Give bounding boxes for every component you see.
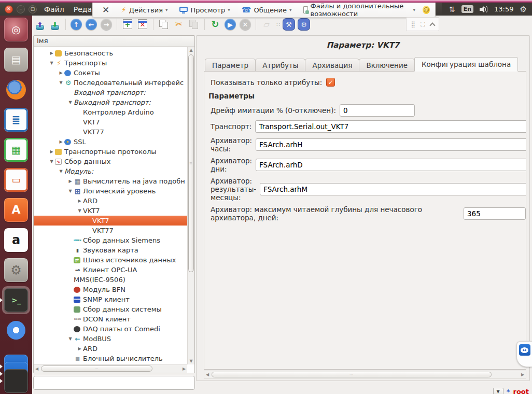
teamviewer-flap[interactable]: ↔: [516, 341, 532, 367]
add-item-button[interactable]: +: [121, 18, 134, 31]
clock[interactable]: 13:59: [494, 5, 513, 13]
tree-item[interactable]: ▮Звуковая карта: [34, 245, 187, 255]
volume-icon[interactable]: [480, 6, 488, 13]
tree-item[interactable]: Контроллер Arduino: [34, 107, 187, 117]
expander-closed-icon[interactable]: ▶: [48, 51, 55, 55]
tree-item[interactable]: ⇄Шлюз источников данных: [34, 255, 187, 265]
scroll-up-icon[interactable]: ▲: [188, 47, 194, 53]
field-input-0[interactable]: [340, 104, 415, 117]
tree-item[interactable]: VKT77: [34, 226, 187, 235]
keyboard-layout-indicator[interactable]: En: [461, 5, 473, 13]
dock-item-dash[interactable]: ◎: [4, 18, 28, 41]
minimize-window-button[interactable]: –: [17, 5, 25, 13]
tree-item[interactable]: ▶ARD: [34, 196, 187, 206]
dock-item-libreoffice-writer[interactable]: ≣: [4, 108, 28, 132]
tree-item[interactable]: ◼Блочный вычислитель: [34, 354, 187, 363]
expander-closed-icon[interactable]: ▶: [58, 71, 64, 75]
vision-tool-button[interactable]: ⚙: [297, 18, 311, 31]
show-attrs-checkbox[interactable]: ✓: [326, 78, 335, 87]
nav-up-button[interactable]: ↑: [69, 18, 83, 31]
paste-item-button[interactable]: [187, 18, 201, 31]
expander-open-icon[interactable]: ▼: [58, 80, 64, 85]
field-input-5[interactable]: [464, 207, 526, 220]
field-input-3[interactable]: [256, 159, 526, 171]
tv-feedback-smiley-icon[interactable]: ☺: [423, 6, 430, 14]
tree-column-header[interactable]: Імя: [34, 36, 194, 47]
dock-item-files[interactable]: ▤: [4, 48, 28, 72]
tree-item[interactable]: ▼⊞Логический уровень: [34, 186, 187, 196]
qtcfg-tool-button[interactable]: ⚒: [282, 18, 296, 31]
tree-item[interactable]: ▼VKT7: [34, 206, 187, 216]
tree-item[interactable]: ▶Сокеты: [34, 68, 187, 78]
maximize-window-button[interactable]: ▢: [29, 5, 37, 13]
session-gear-icon[interactable]: ⚙: [520, 5, 527, 14]
tree-item[interactable]: Сбор данных системы: [34, 304, 187, 314]
scroll-right-icon[interactable]: ▶: [520, 371, 526, 378]
expander-open-icon[interactable]: ▼: [67, 189, 74, 193]
tree-vertical-scrollbar[interactable]: ▲ ≡ ▼: [187, 47, 194, 364]
tree-item[interactable]: ▼⚡Транспорты: [34, 58, 187, 68]
close-window-button[interactable]: ✕: [5, 5, 13, 13]
dock-item-chromium[interactable]: [4, 318, 28, 342]
expander-open-icon[interactable]: ▼: [48, 61, 55, 65]
tv-fullscreen-icon[interactable]: ⛶: [421, 21, 425, 28]
tree-item[interactable]: ▼⚙Последовательный интерфейс: [34, 78, 187, 88]
tree-horizontal-scrollbar[interactable]: ◀ ⋯ ▶: [34, 364, 187, 373]
expander-open-icon[interactable]: ▼: [67, 100, 74, 105]
expander-open-icon[interactable]: ▼: [67, 336, 74, 341]
nav-back-button[interactable]: ←: [85, 18, 98, 31]
tree-item[interactable]: MMS(IEC-9506): [34, 275, 187, 285]
tree-filter-input[interactable]: [33, 376, 195, 390]
save-to-db-button[interactable]: ⬇: [48, 18, 62, 31]
expander-closed-icon[interactable]: ▶: [67, 179, 74, 184]
tab-архивация[interactable]: Архивация: [305, 59, 359, 72]
tree-item[interactable]: VKT7: [34, 117, 187, 127]
panel-horizontal-scrollbar[interactable]: ◀ ⋯ ▶: [204, 371, 526, 379]
tree-item[interactable]: ▶•SSL: [34, 137, 187, 147]
tree-item[interactable]: ▶ARD: [34, 344, 187, 354]
clear-button[interactable]: ▱: [260, 18, 273, 31]
dock-item-firefox[interactable]: [4, 78, 28, 102]
tree-item[interactable]: Модуль BFN: [34, 285, 187, 294]
delete-item-button[interactable]: ✕: [136, 18, 149, 31]
tv-menu-monitor[interactable]: Просмотр▾: [176, 6, 233, 14]
menu-item-file[interactable]: Файл: [44, 5, 64, 13]
tab-включение[interactable]: Включение: [359, 59, 415, 72]
tv-menu-lightning[interactable]: ⚡Действия▾: [118, 5, 171, 15]
copy-item-button[interactable]: [157, 18, 171, 31]
expander-open-icon[interactable]: ▼: [58, 169, 64, 174]
scroll-left-icon[interactable]: ◀: [34, 365, 40, 373]
dock-item-libreoffice-impress[interactable]: ▭: [4, 168, 28, 192]
scroll-left-icon[interactable]: ◀: [204, 371, 211, 378]
tv-collapse-chevron-icon[interactable]: [429, 22, 435, 28]
field-input-2[interactable]: [256, 138, 526, 151]
status-combo[interactable]: ▼: [493, 388, 503, 394]
tree-item[interactable]: ▼Выходной транспорт:: [34, 97, 187, 107]
expander-open-icon[interactable]: ▼: [48, 159, 55, 164]
tree-item[interactable]: VKT7: [34, 216, 187, 226]
tab-параметр[interactable]: Параметр: [205, 59, 256, 72]
tree-item[interactable]: SIEMENSСбор данных Siemens: [34, 235, 187, 245]
dock-item-terminal[interactable]: >_: [4, 288, 28, 312]
expander-closed-icon[interactable]: ▶: [58, 139, 64, 144]
tree-item[interactable]: ▼Модуль:: [34, 166, 187, 176]
cut-item-button[interactable]: ✂: [172, 18, 186, 31]
tree-item[interactable]: ▶Транспортные протоколы: [34, 147, 187, 157]
tree-item[interactable]: ▼←ModBUS: [34, 334, 187, 344]
stop-button[interactable]: ✕: [239, 18, 252, 31]
tree-item[interactable]: ▼∿Сбор данных: [34, 157, 187, 166]
dock-item-libreoffice-calc[interactable]: ▦: [4, 138, 28, 162]
tv-monitor-grid-icon[interactable]: ⣿: [411, 21, 415, 28]
tab-атрибуты[interactable]: Атрибуты: [255, 59, 305, 72]
load-from-db-button[interactable]: ⬆: [33, 18, 47, 31]
tree-item[interactable]: DAQ платы от Comedi: [34, 324, 187, 334]
tv-close-session-icon[interactable]: ✕: [98, 5, 114, 15]
expander-closed-icon[interactable]: ▶: [76, 199, 83, 203]
network-indicator-icon[interactable]: ⇅: [449, 5, 455, 13]
dock-item-amazon[interactable]: a: [4, 228, 28, 252]
tv-menu-phone[interactable]: ☎Общение▾: [239, 5, 295, 15]
scroll-right-icon[interactable]: ▶: [181, 365, 187, 373]
tree-item[interactable]: ⊸Клиент OPC-UA: [34, 265, 187, 275]
expander-closed-icon[interactable]: ▶: [48, 149, 55, 154]
dock-item-software-center[interactable]: A: [4, 198, 28, 222]
